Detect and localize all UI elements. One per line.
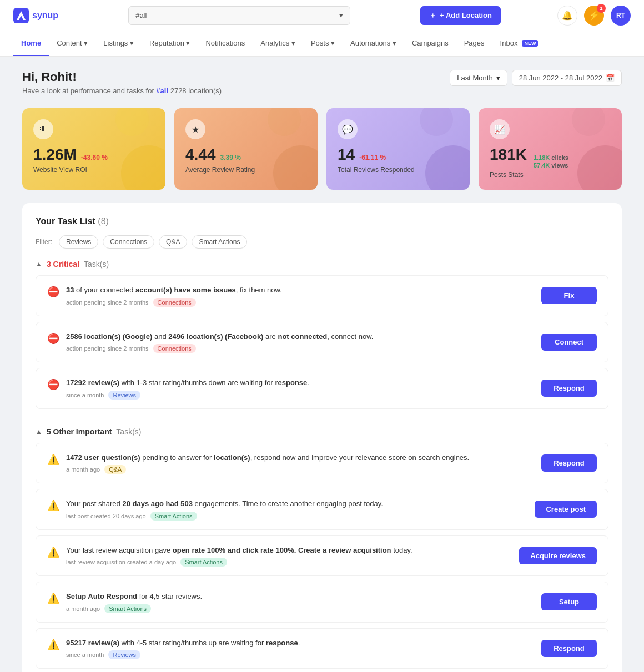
task-meta-1: action pending since 2 months Connection… [66, 298, 541, 307]
filter-chip-reviews[interactable]: Reviews [59, 235, 98, 249]
task-text-1: 33 of your connected account(s) have som… [66, 285, 541, 296]
date-range-text: 28 Jun 2022 - 28 Jul 2022 [519, 74, 602, 82]
fix-button-1[interactable]: Fix [541, 287, 597, 304]
nav-item-reputation[interactable]: Reputation ▾ [142, 31, 198, 56]
metric-icon-chat: 💬 [338, 119, 358, 139]
user-avatar[interactable]: RT [611, 6, 631, 26]
nav-item-automations[interactable]: Automations ▾ [343, 31, 404, 56]
task-item-5-content: ⚠️ Your post shared 20 days ago had 503 … [47, 498, 535, 521]
critical-tasks-header[interactable]: ▲ 3 Critical Task(s) [36, 260, 608, 269]
nav-item-posts[interactable]: Posts ▾ [303, 31, 343, 56]
task-tag-smart-6: Smart Actions [180, 558, 227, 567]
nav-item-notifications[interactable]: Notifications [198, 31, 253, 56]
task-item-2: ⛔ 2586 location(s) (Google) and 2496 loc… [36, 322, 608, 363]
all-link[interactable]: #all [156, 87, 168, 95]
nav-item-home[interactable]: Home [13, 31, 49, 56]
notifications-button[interactable]: 🔔 [557, 6, 577, 26]
filter-chip-smart-actions[interactable]: Smart Actions [192, 235, 247, 249]
task-meta-4: a month ago Q&A [66, 465, 541, 474]
important-tasks-header[interactable]: ▲ 5 Other Important Task(s) [36, 427, 608, 436]
bell-icon: 🔔 [562, 10, 573, 21]
task-content-4: 1472 user question(s) pending to answer … [66, 452, 541, 474]
task-meta-2: action pending since 2 months Connection… [66, 344, 541, 353]
nav-item-listings[interactable]: Listings ▾ [95, 31, 142, 56]
location-select-dropdown[interactable]: #all ▾ [128, 6, 350, 25]
calendar-icon: 📅 [606, 74, 615, 82]
alert-icon-8: ⚠️ [47, 639, 59, 651]
page-subtitle: Have a look at performance and tasks for… [22, 87, 222, 95]
task-content-6: Your last review acquisition gave open r… [66, 545, 519, 567]
filter-chip-qa[interactable]: Q&A [159, 235, 187, 249]
metric-card-reviews-responded[interactable]: 💬 14 -61.11 % Total Reviews Responded [326, 108, 470, 190]
task-content-2: 2586 location(s) (Google) and 2496 locat… [66, 331, 541, 353]
alert-icon-4: ⚠️ [47, 453, 59, 466]
connect-button[interactable]: Connect [541, 334, 597, 351]
task-content-1: 33 of your connected account(s) have som… [66, 285, 541, 307]
task-content-7: Setup Auto Respond for 4,5 star reviews.… [66, 591, 541, 613]
logo[interactable]: synup [13, 8, 58, 23]
plus-icon: ＋ [429, 11, 436, 21]
task-item-5: ⚠️ Your post shared 20 days ago had 503 … [36, 489, 608, 530]
task-text-2: 2586 location(s) (Google) and 2496 locat… [66, 331, 541, 342]
task-text-5: Your post shared 20 days ago had 503 eng… [66, 498, 535, 509]
task-text-7: Setup Auto Respond for 4,5 star reviews. [66, 591, 541, 602]
filter-chip-connections[interactable]: Connections [103, 235, 154, 249]
important-count: 5 Other Important [47, 427, 112, 436]
nav-item-inbox[interactable]: Inbox NEW [492, 31, 546, 56]
task-item-6: ⚠️ Your last review acquisition gave ope… [36, 535, 608, 577]
task-item-4: ⚠️ 1472 user question(s) pending to answ… [36, 443, 608, 484]
task-item-6-content: ⚠️ Your last review acquisition gave ope… [47, 545, 519, 567]
task-filter-bar: Filter: Reviews Connections Q&A Smart Ac… [36, 235, 608, 249]
task-tag-smart-5: Smart Actions [150, 512, 197, 521]
bolt-button[interactable]: ⚡ 1 [584, 6, 604, 26]
task-meta-3: since a month Reviews [66, 391, 541, 400]
metric-icon-eye: 👁 [33, 119, 53, 139]
task-content-5: Your post shared 20 days ago had 503 eng… [66, 498, 535, 521]
task-meta-5: last post created 20 days ago Smart Acti… [66, 512, 535, 521]
filter-label: Filter: [36, 238, 52, 246]
bolt-badge: 1 [597, 4, 606, 13]
important-label: Task(s) [116, 427, 141, 436]
metric-card-review-rating[interactable]: ★ 4.44 3.39 % Average Review Rating [174, 108, 318, 190]
add-location-button[interactable]: ＋ + Add Location [420, 6, 501, 25]
setup-button[interactable]: Setup [541, 593, 597, 610]
task-meta-8: since a month Reviews [66, 650, 541, 659]
task-item-4-content: ⚠️ 1472 user question(s) pending to answ… [47, 452, 541, 474]
task-item-7-content: ⚠️ Setup Auto Respond for 4,5 star revie… [47, 591, 541, 613]
acquire-reviews-button[interactable]: Acquire reviews [519, 547, 597, 564]
greeting-section: Hi, Rohit! Have a look at performance an… [22, 70, 222, 95]
task-tag-reviews-3: Reviews [108, 391, 140, 400]
chevron-up-icon-2: ▲ [36, 428, 42, 436]
respond-button-2[interactable]: Respond [541, 454, 597, 472]
task-list-section: Your Task List (8) Filter: Reviews Conne… [22, 203, 622, 672]
alert-icon-7: ⚠️ [47, 592, 59, 604]
alert-icon-2: ⛔ [47, 332, 59, 345]
metric-card-posts-stats[interactable]: 📈 181K 1.18K clicks 57.4K views Posts St… [479, 108, 622, 190]
nav-item-analytics[interactable]: Analytics ▾ [253, 31, 303, 56]
alert-icon-5: ⚠️ [47, 499, 59, 512]
chevron-down-icon: ▾ [496, 74, 500, 82]
main-nav: Home Content ▾ Listings ▾ Reputation ▾ N… [0, 31, 644, 57]
nav-item-campaigns[interactable]: Campaigns [404, 31, 456, 56]
nav-item-pages[interactable]: Pages [456, 31, 492, 56]
metric-card-website-view[interactable]: 👁 1.26M -43.60 % Website View ROI [22, 108, 165, 190]
page-header: Hi, Rohit! Have a look at performance an… [22, 70, 622, 95]
alert-icon-3: ⛔ [47, 378, 59, 391]
task-item-3-content: ⛔ 17292 review(s) with 1-3 star rating/t… [47, 377, 541, 400]
header-actions: 🔔 ⚡ 1 RT [557, 6, 631, 26]
metric-icon-star: ★ [185, 119, 205, 139]
task-content-8: 95217 review(s) with 4-5 star rating/thu… [66, 638, 541, 660]
nav-item-content[interactable]: Content ▾ [49, 31, 95, 56]
task-tag-qa-4: Q&A [104, 465, 126, 474]
critical-count: 3 Critical [47, 260, 79, 269]
respond-button-3[interactable]: Respond [541, 640, 597, 657]
metrics-grid: 👁 1.26M -43.60 % Website View ROI ★ 4.44… [22, 108, 622, 190]
task-tag-reviews-8: Reviews [108, 650, 140, 659]
respond-button-1[interactable]: Respond [541, 380, 597, 397]
task-tag-connections-2: Connections [153, 344, 196, 353]
create-post-button[interactable]: Create post [535, 501, 597, 518]
date-filter-dropdown[interactable]: Last Month ▾ [450, 70, 507, 86]
date-range-display[interactable]: 28 Jun 2022 - 28 Jul 2022 📅 [512, 70, 622, 86]
main-content: Hi, Rohit! Have a look at performance an… [0, 57, 644, 672]
page-greeting: Hi, Rohit! [22, 70, 222, 84]
